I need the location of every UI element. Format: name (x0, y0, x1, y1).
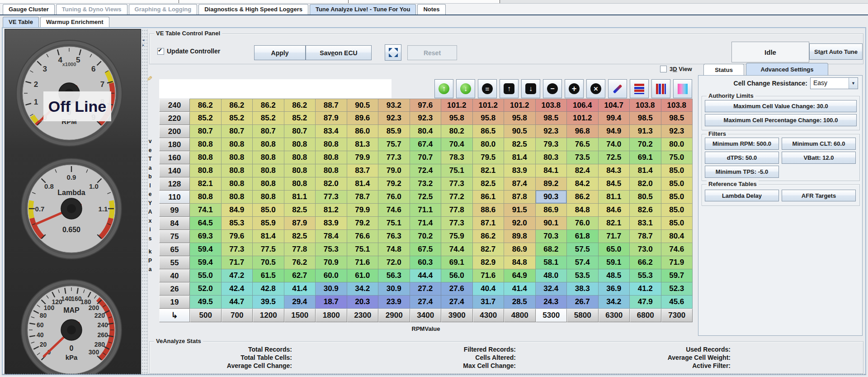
row-header[interactable]: 65 (159, 243, 190, 256)
ve-cell[interactable]: 96.8 (567, 125, 599, 138)
ve-cell[interactable]: 104.7 (599, 99, 630, 112)
ve-cell[interactable]: 40.4 (473, 282, 505, 296)
col-header[interactable]: 2300 (347, 309, 379, 322)
ve-cell[interactable]: 75.1 (347, 243, 379, 256)
maximum-cell-value-change-button[interactable]: Maximum Cell Value Change: 30.0 (705, 100, 857, 112)
ve-cell[interactable]: 86.9 (504, 243, 536, 256)
tab-advanced-settings[interactable]: Advanced Settings (746, 63, 828, 75)
tab-warmup-enrichment[interactable]: Warmup Enrichment (40, 17, 109, 27)
ve-cell[interactable]: 79.0 (378, 164, 410, 177)
ve-cell[interactable]: 93.2 (378, 99, 410, 112)
ve-cell[interactable]: 84.1 (536, 164, 567, 177)
ve-cell[interactable]: 80.2 (441, 125, 473, 138)
ve-cell[interactable]: 95.8 (504, 112, 536, 125)
ve-cell[interactable]: 34.2 (347, 282, 379, 296)
ve-cell[interactable]: 81.3 (347, 138, 379, 151)
col-header[interactable]: 5300 (536, 309, 567, 322)
ve-cell[interactable]: 92.0 (504, 217, 536, 230)
ve-cell[interactable]: 80.8 (316, 151, 347, 164)
ve-cell[interactable]: 80.8 (222, 164, 253, 177)
ve-cell[interactable]: 69.1 (441, 256, 473, 269)
ve-cell[interactable]: 73.2 (410, 177, 442, 191)
ve-cell[interactable]: 81.4 (504, 151, 536, 164)
ve-cell[interactable]: 86.0 (347, 125, 379, 138)
ve-cell[interactable]: 80.8 (284, 177, 316, 191)
ve-cell[interactable]: 64.9 (504, 269, 536, 282)
ve-cell[interactable]: 80.8 (284, 164, 316, 177)
ve-cell[interactable]: 79.9 (347, 204, 379, 217)
col-header[interactable]: 700 (222, 309, 253, 322)
ve-cell[interactable]: 56.3 (378, 269, 410, 282)
col-header[interactable]: 5800 (567, 309, 599, 322)
col-header[interactable]: 4300 (473, 309, 505, 322)
ve-cell[interactable]: 95.8 (441, 112, 473, 125)
ve-cell[interactable]: 74.1 (190, 204, 222, 217)
ve-cell[interactable]: 72.5 (410, 191, 442, 204)
ve-cell[interactable]: 82.1 (190, 177, 222, 191)
ve-cell[interactable]: 77.3 (222, 243, 253, 256)
ve-cell[interactable]: 61.0 (347, 269, 379, 282)
ve-cell[interactable]: 90.5 (504, 125, 536, 138)
ve-cell[interactable]: 71.4 (410, 217, 442, 230)
ve-cell[interactable]: 71.6 (473, 269, 505, 282)
ve-cell[interactable]: 65.0 (599, 243, 630, 256)
ve-cell[interactable]: 83.9 (504, 164, 536, 177)
ve-cell[interactable]: 48.5 (599, 269, 630, 282)
ve-cell[interactable]: 55.3 (630, 269, 661, 282)
tab-gauge-cluster[interactable]: Gauge Cluster (3, 4, 55, 14)
row-header[interactable]: 99 (159, 204, 190, 217)
ve-cell[interactable]: 101.2 (473, 99, 505, 112)
ve-cell[interactable]: 85.0 (253, 204, 284, 217)
minimum-rpm-button[interactable]: Minimum RPM: 500.0 (705, 138, 779, 150)
ve-cell[interactable]: 71.7 (222, 256, 253, 269)
ve-cell[interactable]: 89.6 (347, 112, 379, 125)
ve-cell[interactable]: 85.0 (661, 204, 693, 217)
ve-cell[interactable]: 38.3 (567, 282, 599, 296)
ve-cell[interactable]: 90.5 (347, 99, 379, 112)
row-header[interactable]: 75 (159, 230, 190, 243)
ve-cell[interactable]: 79.5 (473, 151, 505, 164)
ve-cell[interactable]: 75.9 (441, 230, 473, 243)
tab-diagnostics-high-speed-loggers[interactable]: Diagnostics & High Speed Loggers (198, 4, 308, 14)
ve-cell[interactable]: 41.4 (504, 282, 536, 296)
ve-cell[interactable]: 101.2 (441, 99, 473, 112)
ve-cell[interactable]: 80.4 (661, 230, 693, 243)
tab-graphing-logging[interactable]: Graphing & Logging (129, 4, 198, 14)
ve-cell[interactable]: 80.8 (190, 191, 222, 204)
ve-cell[interactable]: 95.8 (473, 112, 505, 125)
ve-cell[interactable]: 70.3 (536, 230, 567, 243)
row-header[interactable]: 110 (159, 191, 190, 204)
ve-cell[interactable]: 82.0 (316, 177, 347, 191)
equalize-button[interactable] (478, 79, 497, 98)
ve-cell[interactable]: 30.9 (378, 282, 410, 296)
update-controller-checkbox[interactable]: Update Controller (157, 48, 220, 56)
ve-cell[interactable]: 86.2 (284, 99, 316, 112)
ve-cell[interactable]: 90.1 (536, 217, 567, 230)
ve-cell[interactable]: 76.0 (567, 217, 599, 230)
ve-cell[interactable]: 89.2 (536, 177, 567, 191)
ve-cell[interactable]: 71.6 (347, 256, 379, 269)
ve-cell[interactable]: 80.7 (190, 125, 222, 138)
ve-cell[interactable]: 86.2 (190, 99, 222, 112)
ve-cell[interactable]: 31.7 (473, 296, 505, 309)
ve-cell[interactable]: 77.2 (441, 191, 473, 204)
expand-table-button[interactable] (385, 44, 401, 61)
ve-cell[interactable]: 86.2 (567, 191, 599, 204)
ve-cell[interactable]: 84.9 (222, 204, 253, 217)
ve-cell[interactable]: 20.3 (347, 296, 379, 309)
ve-cell[interactable]: 84.5 (599, 177, 630, 191)
ve-cell[interactable]: 74.4 (441, 243, 473, 256)
ve-cell[interactable]: 106.4 (567, 99, 599, 112)
ve-cell[interactable]: 67.4 (410, 138, 442, 151)
ve-cell[interactable]: 86.1 (473, 191, 505, 204)
ve-cell[interactable]: 80.8 (190, 164, 222, 177)
col-header[interactable]: 1200 (253, 309, 284, 322)
ve-cell[interactable]: 61.8 (567, 230, 599, 243)
ve-cell[interactable]: 79.2 (347, 217, 379, 230)
ve-cell[interactable]: 79.6 (222, 230, 253, 243)
ve-cell[interactable]: 61.5 (253, 269, 284, 282)
ve-cell[interactable]: 59.1 (599, 256, 630, 269)
ve-cell[interactable]: 85.0 (661, 164, 693, 177)
ve-cell[interactable]: 80.5 (630, 191, 661, 204)
ve-cell[interactable]: 75.7 (378, 138, 410, 151)
